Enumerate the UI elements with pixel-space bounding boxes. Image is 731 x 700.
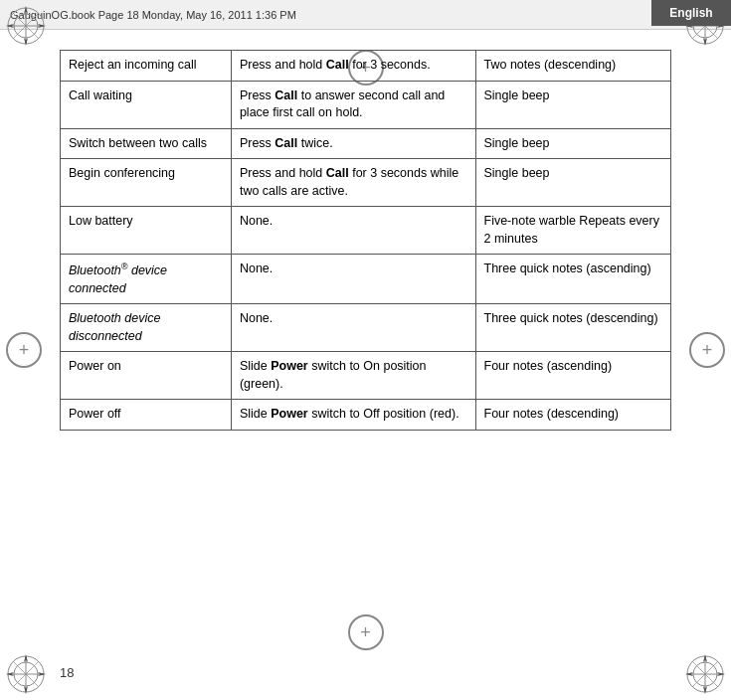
- page-number: 18: [60, 665, 74, 680]
- table-cell-action: Switch between two calls: [61, 128, 232, 159]
- table-cell-action: Bluetooth® device connected: [61, 255, 232, 304]
- table-cell-alert: Three quick notes (ascending): [475, 255, 671, 304]
- reference-table: Reject an incoming callPress and hold Ca…: [60, 50, 671, 431]
- crosshair-right: [689, 332, 725, 368]
- table-cell-instruction: Press Call twice.: [231, 128, 475, 159]
- table-cell-action: Power on: [61, 352, 232, 400]
- table-cell-instruction: None.: [231, 255, 475, 304]
- table-cell-instruction: None.: [231, 207, 475, 255]
- table-cell-action: Call waiting: [61, 81, 232, 128]
- language-tab: English: [651, 0, 731, 26]
- table-row: Low batteryNone.Five-note warble Repeats…: [61, 207, 671, 255]
- table-cell-instruction: Slide Power switch to Off position (red)…: [231, 400, 475, 431]
- table-cell-action: Reject an incoming call: [61, 51, 232, 82]
- table-cell-action: Low battery: [61, 207, 232, 255]
- table-cell-action: Begin conferencing: [61, 159, 232, 207]
- table-cell-instruction: None.: [231, 304, 475, 352]
- table-cell-alert: Three quick notes (descending): [475, 304, 671, 352]
- table-cell-alert: Single beep: [475, 159, 671, 207]
- table-cell-instruction: Press and hold Call for 3 seconds.: [231, 51, 475, 82]
- table-row: Bluetooth® device connectedNone.Three qu…: [61, 255, 671, 304]
- starburst-bottom-left: [4, 652, 48, 696]
- table-cell-alert: Two notes (descending): [475, 51, 671, 82]
- table-row: Call waitingPress Call to answer second …: [61, 81, 671, 128]
- table-row: Bluetooth device disconnectedNone.Three …: [61, 304, 671, 352]
- table-row: Begin conferencingPress and hold Call fo…: [61, 159, 671, 207]
- table-row: Power onSlide Power switch to On positio…: [61, 352, 671, 400]
- header-bar: GauguinOG.book Page 18 Monday, May 16, 2…: [0, 0, 731, 30]
- table-cell-alert: Four notes (descending): [475, 400, 671, 431]
- table-cell-instruction: Slide Power switch to On position (green…: [231, 352, 475, 400]
- crosshair-left: [6, 332, 42, 368]
- table-row: Reject an incoming callPress and hold Ca…: [61, 51, 671, 82]
- starburst-top-left: [4, 4, 48, 48]
- table-cell-action: Bluetooth device disconnected: [61, 304, 232, 352]
- table-row: Power offSlide Power switch to Off posit…: [61, 400, 671, 431]
- main-content: Reject an incoming callPress and hold Ca…: [60, 30, 671, 640]
- table-cell-alert: Four notes (ascending): [475, 352, 671, 400]
- table-row: Switch between two callsPress Call twice…: [61, 128, 671, 159]
- table-cell-alert: Single beep: [475, 81, 671, 128]
- table-cell-instruction: Press Call to answer second call and pla…: [231, 81, 475, 128]
- header-text: GauguinOG.book Page 18 Monday, May 16, 2…: [10, 9, 296, 21]
- table-cell-action: Power off: [61, 400, 232, 431]
- table-cell-alert: Five-note warble Repeats every 2 minutes: [475, 207, 671, 255]
- starburst-bottom-right: [683, 652, 727, 696]
- table-cell-instruction: Press and hold Call for 3 seconds while …: [231, 159, 475, 207]
- table-cell-alert: Single beep: [475, 128, 671, 159]
